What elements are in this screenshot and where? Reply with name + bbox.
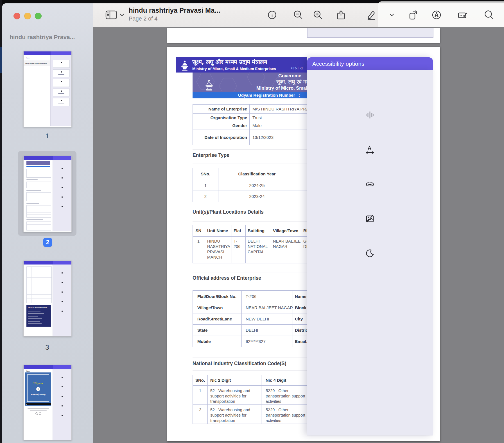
search-button[interactable]: [484, 10, 494, 20]
page-thumbnail-3[interactable]: UDYAM REGISTRATION: [23, 261, 72, 336]
text-to-speech-button[interactable]: [365, 110, 375, 120]
cell: DELHINATIONAL CAPITAL: [248, 239, 268, 255]
enterprise-info-table: Name of Enterprise M/S HINDU RASHTRIYA P…: [193, 104, 307, 145]
thumb-video-title: Udyam: [25, 382, 51, 385]
cert-line-hindi-ministry: सूक्ष्म, लघु एवं मध: [276, 78, 309, 85]
close-button[interactable]: [13, 13, 20, 19]
thumb-video-url: www.udyamreg: [25, 393, 51, 395]
units-table: SN Unit Name Flat Building Village/Town …: [193, 225, 307, 263]
cell: 2: [193, 407, 207, 413]
zoom-out-button[interactable]: [293, 10, 303, 20]
ministry-title-english: Ministry of Micro, Small & Medium Enterp…: [192, 67, 276, 71]
nic-table: SNo. Nic 2 Digit Nic 4 Digit 1 52 - Ware…: [193, 375, 307, 424]
highlight-links-button[interactable]: [365, 180, 375, 189]
markup-chevron-button[interactable]: [389, 13, 395, 17]
address-label: Village/Town: [197, 305, 223, 310]
thumb-footer-title: UDYAM REGISTRATION: [28, 307, 47, 309]
page-number-1: 1: [23, 132, 71, 140]
annotate-pen-circle-icon: [431, 10, 442, 20]
ministry-header-band: सूक्ष्म, लघु और मध्यम उद्यम मंत्रालय Min…: [176, 57, 307, 73]
section-divider: [193, 272, 307, 272]
address-value: T-206: [246, 294, 256, 299]
thumb-accessibility-panel: [50, 55, 71, 126]
dark-mode-moon-icon: [365, 248, 375, 258]
cell: 52 - Warehousing andsupport activities f…: [210, 388, 250, 404]
page-thumbnail-2[interactable]: [23, 156, 72, 232]
address-value: DELHI: [246, 328, 258, 333]
annotate-button[interactable]: [431, 10, 442, 20]
highlight-links-icon: [365, 180, 375, 189]
column-header: Building: [248, 228, 265, 233]
column-header: Unit Name: [207, 228, 228, 233]
address-label2: District: [295, 328, 307, 333]
section-title-units: Unit(s)/Plant Locations Details: [193, 209, 264, 215]
thumb-footer-block: UDYAM REGISTRATION: [26, 305, 51, 327]
page-indicator: Page 2 of 4: [129, 15, 157, 22]
thumbnail-sidebar: hindu rashtriya Prava... Home Verify Udy…: [2, 3, 93, 443]
info-icon: [267, 10, 277, 20]
search-icon: [484, 10, 494, 20]
column-header: Village/Town: [273, 228, 298, 233]
cell: 2: [193, 194, 218, 199]
zoom-in-button[interactable]: [313, 10, 323, 20]
section-divider: [193, 149, 307, 150]
zoom-out-icon: [293, 10, 303, 20]
info-value: Male: [252, 123, 262, 128]
hide-images-button[interactable]: [365, 214, 375, 223]
accessibility-options-panel: Accessibility options: [307, 57, 433, 435]
info-label: Date of Incorporation: [193, 135, 247, 140]
cert-line-bharat: भारत स: [291, 65, 303, 71]
info-value: 13/12/2023: [252, 135, 274, 140]
cell: T-206: [234, 239, 240, 249]
share-button[interactable]: [336, 10, 346, 20]
fullscreen-button[interactable]: [35, 13, 42, 19]
minimize-button[interactable]: [24, 13, 31, 19]
rotate-button[interactable]: [408, 10, 418, 20]
preview-app-window: hindu rashtriya Prava... Home Verify Udy…: [0, 0, 504, 443]
address-label: Road/Street/Lane: [197, 317, 232, 321]
thumb-heading: Verify Udyam Registration Detail: [24, 61, 52, 66]
thumb-divider: [24, 60, 51, 60]
zoom-in-icon: [313, 10, 323, 20]
main-area: hindu rashtriya Pravasi Ma... Page 2 of …: [93, 3, 504, 443]
accessibility-panel-title: Accessibility options: [312, 61, 364, 67]
cert-line-government: Governme: [278, 73, 301, 78]
rotate-icon: [408, 10, 418, 20]
accessibility-panel-header: Accessibility options: [307, 57, 433, 70]
column-header: SNo.: [193, 378, 207, 383]
page-number-3: 3: [23, 343, 71, 351]
pdf-viewport[interactable]: सूक्ष्म, लघु और मध्यम उद्यम मंत्रालय Min…: [93, 27, 504, 443]
info-label: Gender: [193, 123, 247, 128]
thumb-video-player: Udyam www.udyamreg: [25, 372, 51, 406]
toolbar-divider: [384, 8, 384, 21]
text-spacing-button[interactable]: [365, 145, 375, 155]
info-label: Name of Enterprise: [193, 107, 247, 111]
cell: 1: [193, 388, 207, 394]
form-fill-icon: [458, 10, 468, 20]
address-label: Flat/Door/Block No.: [197, 294, 236, 299]
section-divider: [193, 287, 307, 287]
emblem-of-india-outline-icon: [205, 79, 214, 91]
dark-mode-button[interactable]: [365, 248, 375, 258]
form-fill-button[interactable]: [458, 10, 468, 20]
page-thumbnail-4[interactable]: Video Udyam www.udyamreg: [23, 365, 72, 440]
column-header: Flat: [234, 228, 241, 233]
cell: 2023-24: [218, 194, 296, 199]
thumb-accessibility-panel: [53, 369, 71, 440]
markup-button[interactable]: [367, 10, 377, 20]
column-header: Nic 4 Digit: [266, 378, 286, 383]
sidebar-toggle-button[interactable]: [105, 10, 118, 20]
section-title-nic: National Industry Classification Code(S): [193, 361, 286, 367]
chevron-down-icon: [390, 13, 394, 16]
section-divider: [193, 358, 307, 358]
thumb-breadcrumb: Home: [26, 57, 30, 59]
sidebar-chevron-button[interactable]: [119, 13, 125, 17]
cell: 1: [193, 183, 218, 188]
column-header: SN: [193, 228, 204, 233]
page-thumbnail-1[interactable]: Home Verify Udyam Registration Detail: [23, 51, 72, 127]
info-button[interactable]: [267, 10, 277, 20]
thumb-accessibility-panel: [53, 160, 71, 231]
column-header: Bl: [303, 228, 307, 233]
address-value: 92*****327: [246, 339, 266, 344]
chevron-down-icon: [120, 13, 124, 16]
